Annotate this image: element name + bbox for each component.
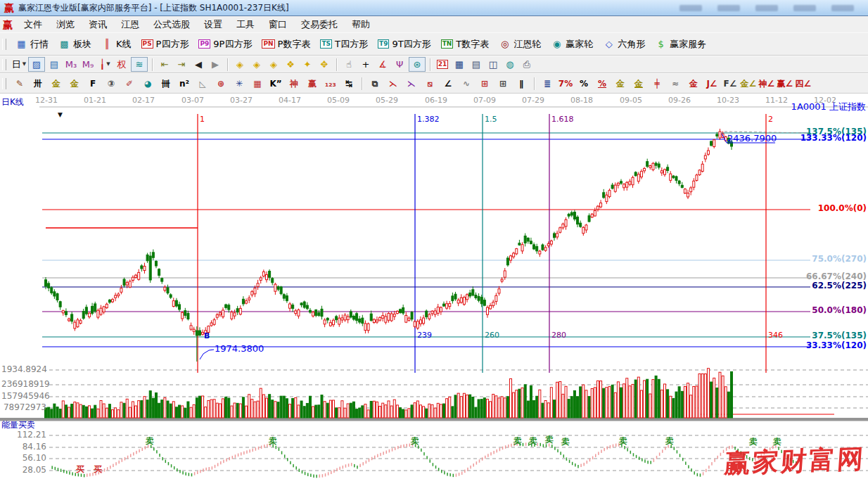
wave-tool[interactable]: ∿ [458,76,475,91]
crosshair-tool-button[interactable]: + [358,58,374,71]
gann-grid-tool[interactable]: 卅 [30,76,46,91]
percent-line-tool[interactable]: % [594,76,611,91]
menu-item-1[interactable]: 浏览 [49,17,82,32]
wave-9-button[interactable]: M₉ [80,58,96,71]
menu-item-0[interactable]: 文件 [17,17,49,32]
scale-list-tool[interactable]: ≣ [539,76,556,91]
ruler-123-tool[interactable]: ₁₂₃ [322,76,339,91]
rays-tool[interactable]: ∠ [440,76,457,91]
shen-ruler-tool[interactable]: 神 [286,76,302,91]
chart-area[interactable]: 12-3101-2102-1703-0703-2704-1705-0905-29… [0,94,868,479]
menu-item-8[interactable]: 交易委托 [294,17,345,32]
t-square-button[interactable]: TST四方形 [315,36,373,53]
quotes-button[interactable]: ▦行情 [11,36,53,53]
shen-angle-tool[interactable]: 神∠ [758,76,775,91]
ying-angle-tool[interactable]: 赢∠ [777,76,793,91]
p-number-table-button[interactable]: PNP数字表 [257,36,315,53]
restore-rights-button[interactable]: 权 [114,58,129,71]
winner-service-button[interactable]: $赢家服务 [650,36,711,53]
gold-angle-tool[interactable]: 金∠ [740,76,757,91]
fibonacci-tool[interactable]: F [84,76,101,91]
gold-line-tool[interactable]: 金 [630,76,647,91]
grid-target-tool[interactable]: ⊞ [476,76,493,91]
si-angle-tool[interactable]: 四∠ [795,76,812,91]
measure-brush-tool[interactable]: ✐ [121,76,138,91]
parallel-lines-tool[interactable]: ∥ [513,76,530,91]
width-measure-tool[interactable]: ↹ [340,76,357,91]
winner-wheel-button[interactable]: ◉赢家轮 [546,36,598,53]
gann-diamond-right-button[interactable]: ◈ [249,58,264,71]
9p-square-button[interactable]: P99P四方形 [193,36,257,53]
save-button[interactable]: ◫ [485,58,501,71]
print-button[interactable]: ⎙ [519,58,535,71]
hexagon-button[interactable]: ◇六角形 [598,36,650,53]
calendar-button[interactable]: 21 [435,58,450,71]
oscillator-dash [560,452,561,455]
j-angle-tool[interactable]: J∠ [703,76,720,91]
candle-body [184,311,186,316]
spiral-tool[interactable]: ③ [103,76,120,91]
box-tool[interactable]: ⧉ [366,76,383,91]
fan-tool-red[interactable]: ⋋ [385,76,402,91]
gann-wheel-button[interactable]: ◎江恩轮 [494,36,546,53]
gann-diamond-star-button[interactable]: ✦ [300,58,315,71]
p-square-button[interactable]: PSP四方形 [136,36,194,53]
k-note-tool[interactable]: K” [267,76,284,91]
gann-diamond-left-button[interactable]: ◈ [232,58,248,71]
n-square-tool[interactable]: n² [176,76,193,91]
first-bar-button[interactable]: ⇤ [157,58,172,71]
gann-diamond-h-button[interactable]: ◈ [266,58,281,71]
menu-item-9[interactable]: 帮助 [345,17,377,32]
brush-tool[interactable]: ✎ [11,76,28,91]
grid-target-tool-2[interactable]: ⊞ [494,76,511,91]
next-bar-button[interactable]: ▶ [208,58,223,71]
f10-info-button[interactable]: ▤ [46,58,62,71]
volume-bar [71,404,73,418]
grid-square-tool[interactable]: ▦ [249,76,266,91]
9t-square-button[interactable]: T99T四方形 [373,36,436,53]
prev-bar-button[interactable]: ◀ [191,58,206,71]
period-selector[interactable]: 日▼ [11,58,27,71]
wave-3-button[interactable]: M₃ [63,58,79,71]
menu-item-5[interactable]: 设置 [197,17,229,32]
menu-item-7[interactable]: 窗口 [262,17,294,32]
gold-box-tool[interactable]: 金 [685,76,702,91]
ribbon-tool-button[interactable]: Ψ [392,58,407,71]
starburst-tool[interactable]: ✳ [231,76,248,91]
kline-button[interactable]: ║K线 [96,36,136,53]
gold-ratio-tool-2[interactable]: 金 [66,76,83,91]
export-chart-button[interactable]: ◍ [502,58,518,71]
calculator-button[interactable]: ▦ [452,58,467,71]
candle-brush-tool[interactable]: ╪ [649,76,665,91]
ying-ruler-tool[interactable]: 赢 [304,76,321,91]
fan-grid-tool[interactable]: ⧅ [421,76,438,91]
memo-button[interactable]: ▤ [468,58,484,71]
percent-tool[interactable]: % [575,76,592,91]
cycle-circle-tool[interactable]: ◕ [139,76,156,91]
f-angle-tool[interactable]: F∠ [722,76,739,91]
candle-style-selector[interactable]: ╽▼ [97,58,113,71]
volume-chart-button[interactable]: ≋ [131,57,148,72]
circle-cross-tool[interactable]: ⊕ [212,76,229,91]
percent-7-tool[interactable]: 7% [557,76,574,91]
gold-circle-tool[interactable]: 金 [612,76,629,91]
t-number-table-button[interactable]: TNT数字表 [436,36,494,53]
menu-item-6[interactable]: 工具 [229,17,262,32]
hand-tool-button[interactable]: ☝ [341,58,357,71]
menu-item-4[interactable]: 公式选股 [146,17,197,32]
menu-item-2[interactable]: 资讯 [82,17,114,32]
window-layout-button[interactable]: ▨ [28,57,45,72]
wave-channel-tool[interactable]: ≈ [667,76,684,91]
angle-tool-button[interactable]: ∡ [375,58,390,71]
gold-ratio-tool-1[interactable]: 金 [48,76,65,91]
knot-tool-button[interactable]: ⊛ [409,57,426,72]
tick-ruler-tool[interactable]: 卌 [158,76,174,91]
set-square-tool[interactable]: ◺ [194,76,211,91]
last-bar-button[interactable]: ⇥ [174,58,189,71]
menu-item-3[interactable]: 江恩 [114,17,146,32]
fan-tool-purple[interactable]: ⋋ [403,76,420,91]
gann-diamond-x-button[interactable]: ❖ [283,58,298,71]
chart-canvas[interactable] [0,94,868,479]
gann-diamond-plus-button[interactable]: ✥ [317,58,332,71]
sectors-button[interactable]: ▩板块 [53,36,96,53]
